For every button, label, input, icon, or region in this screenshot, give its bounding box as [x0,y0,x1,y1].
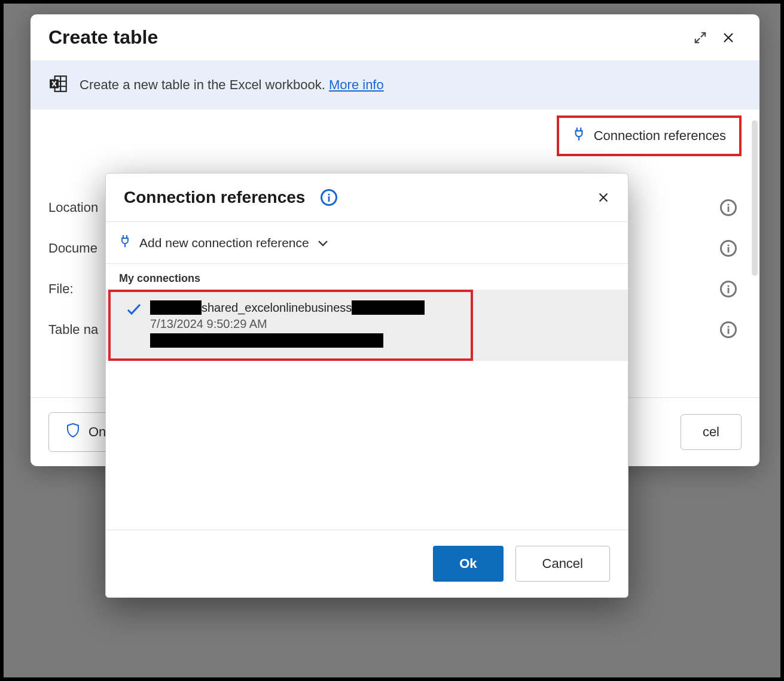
check-icon [126,303,142,318]
panel-header: Create table [30,14,759,60]
info-icon[interactable] [720,321,737,338]
popup-header: Connection references [106,174,628,222]
cancel-button[interactable]: Cancel [515,546,610,582]
add-conn-label: Add new connection reference [139,236,309,250]
more-info-link[interactable]: More info [329,77,384,92]
connection-item[interactable]: shared_excelonlinebusiness 7/13/2024 9:5… [106,290,628,361]
svg-rect-12 [728,329,730,334]
svg-point-5 [727,203,729,205]
plug-icon [572,126,585,145]
info-icon[interactable] [720,240,737,257]
popup-title: Connection references [124,188,305,207]
connection-name-line: shared_excelonlinebusiness [150,300,425,315]
popup-footer: Ok Cancel [106,530,628,597]
excel-icon [48,74,69,96]
my-connections-label: My connections [106,264,628,290]
svg-point-7 [727,244,729,246]
panel-title: Create table [48,26,158,48]
banner-text: Create a new table in the Excel workbook… [80,77,384,93]
svg-rect-8 [728,247,730,253]
ok-button[interactable]: Ok [433,546,503,582]
conn-ref-label: Connection references [594,128,726,144]
svg-point-11 [727,326,729,327]
cancel-button-partial[interactable]: cel [681,414,742,450]
chevron-down-icon [318,236,328,250]
connection-references-popup: Connection references Add new connection… [105,173,629,598]
close-icon[interactable] [597,191,610,204]
info-icon[interactable] [321,189,337,206]
svg-point-13 [328,193,330,195]
plug-icon [119,234,131,251]
redacted-block [150,300,202,315]
connection-date: 7/13/2024 9:50:29 AM [150,317,425,331]
info-icon[interactable] [720,199,737,216]
redacted-block [150,333,425,350]
svg-rect-10 [728,288,730,293]
expand-icon[interactable] [694,31,707,44]
redacted-block [352,300,425,315]
svg-point-9 [727,285,729,287]
info-icon[interactable] [720,281,737,297]
shield-icon [66,422,80,442]
scrollbar[interactable] [752,120,758,276]
close-icon[interactable] [721,31,736,45]
connection-references-button[interactable]: Connection references [557,115,742,156]
svg-rect-14 [328,196,330,202]
info-banner: Create a new table in the Excel workbook… [30,60,759,110]
add-connection-reference-button[interactable]: Add new connection reference [106,222,628,264]
svg-rect-6 [728,206,730,212]
